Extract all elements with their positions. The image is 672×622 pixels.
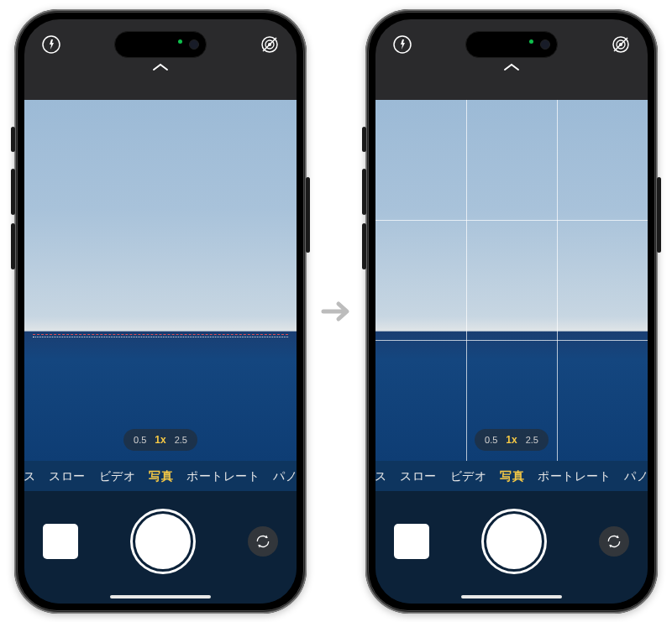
last-photo-thumbnail[interactable] — [43, 524, 78, 559]
mode-timelapse[interactable]: ラプス — [24, 469, 35, 484]
grid-horizontal-2 — [375, 340, 648, 341]
front-camera-icon — [189, 39, 199, 50]
mode-portrait[interactable]: ポートレート — [186, 469, 260, 484]
viewfinder[interactable]: 0.5 1x 2.5 — [24, 100, 297, 461]
mode-strip[interactable]: ラプス スロー ビデオ 写真 ポートレート パノラマ — [24, 461, 297, 491]
camera-indicator-icon — [178, 39, 182, 44]
mode-video[interactable]: ビデオ — [450, 469, 487, 484]
live-off-icon — [611, 34, 631, 55]
flash-off-icon — [392, 34, 412, 55]
flash-button[interactable] — [391, 33, 414, 56]
mode-video[interactable]: ビデオ — [99, 469, 136, 484]
dynamic-island — [114, 31, 207, 58]
grid-vertical-2 — [557, 100, 558, 461]
controls-row — [375, 491, 648, 604]
live-off-icon — [260, 34, 280, 55]
side-button-vol-down — [362, 223, 366, 269]
last-photo-thumbnail[interactable] — [394, 524, 429, 559]
controls-row — [24, 491, 297, 604]
camera-flip-button[interactable] — [248, 526, 278, 557]
side-button-vol-up — [11, 169, 15, 215]
zoom-option-1[interactable]: 1x — [506, 434, 517, 446]
chevron-up-icon — [502, 61, 521, 73]
live-photo-button[interactable] — [258, 33, 281, 56]
mode-pano[interactable]: パノラマ — [273, 469, 297, 484]
arrow-right-icon — [318, 294, 354, 329]
mode-slomo[interactable]: スロー — [49, 469, 86, 484]
shutter-button[interactable] — [135, 514, 191, 569]
expand-controls-button[interactable] — [502, 61, 521, 73]
mode-photo[interactable]: 写真 — [149, 469, 173, 484]
expand-controls-button[interactable] — [151, 61, 170, 73]
mode-photo[interactable]: 写真 — [500, 469, 524, 484]
zoom-option-2[interactable]: 2.5 — [526, 435, 538, 445]
mode-pano[interactable]: パノラマ — [624, 469, 648, 484]
camera-bottom-area: ラプス スロー ビデオ 写真 ポートレート パノラマ — [375, 461, 648, 604]
live-photo-button[interactable] — [609, 33, 633, 56]
flash-button[interactable] — [39, 33, 63, 56]
home-indicator[interactable] — [110, 595, 211, 598]
zoom-option-0[interactable]: 0.5 — [134, 435, 146, 445]
mode-slomo[interactable]: スロー — [400, 469, 437, 484]
mode-strip[interactable]: ラプス スロー ビデオ 写真 ポートレート パノラマ — [375, 461, 648, 491]
screen: 0.5 1x 2.5 ラプス スロー ビデオ 写真 ポートレート パノラマ — [375, 19, 648, 604]
level-indicator — [33, 334, 288, 335]
shutter-button[interactable] — [486, 514, 542, 569]
front-camera-icon — [540, 39, 550, 50]
phone-left: 0.5 1x 2.5 ラプス スロー ビデオ 写真 ポートレート パノラマ — [14, 9, 307, 614]
chevron-up-icon — [151, 61, 170, 73]
side-button-power — [306, 177, 310, 253]
grid-horizontal-1 — [375, 220, 648, 221]
side-button-silent — [11, 127, 15, 152]
zoom-option-2[interactable]: 2.5 — [175, 435, 187, 445]
dynamic-island — [465, 31, 558, 58]
mode-portrait[interactable]: ポートレート — [538, 469, 611, 484]
camera-indicator-icon — [529, 39, 533, 44]
camera-flip-icon — [606, 533, 622, 550]
screen: 0.5 1x 2.5 ラプス スロー ビデオ 写真 ポートレート パノラマ — [24, 19, 297, 604]
viewfinder[interactable]: 0.5 1x 2.5 — [375, 100, 648, 461]
camera-bottom-area: ラプス スロー ビデオ 写真 ポートレート パノラマ — [24, 461, 297, 604]
grid-vertical-1 — [466, 100, 467, 461]
zoom-option-0[interactable]: 0.5 — [485, 435, 497, 445]
home-indicator[interactable] — [461, 595, 562, 598]
camera-flip-button[interactable] — [599, 526, 629, 557]
side-button-silent — [362, 127, 366, 152]
side-button-power — [657, 177, 661, 253]
zoom-selector[interactable]: 0.5 1x 2.5 — [123, 429, 197, 451]
zoom-selector[interactable]: 0.5 1x 2.5 — [475, 429, 549, 451]
side-button-vol-up — [362, 169, 366, 215]
phone-right: 0.5 1x 2.5 ラプス スロー ビデオ 写真 ポートレート パノラマ — [365, 9, 658, 614]
flash-off-icon — [41, 34, 61, 55]
mode-timelapse[interactable]: ラプス — [375, 469, 386, 484]
zoom-option-1[interactable]: 1x — [155, 434, 165, 446]
side-button-vol-down — [11, 223, 15, 269]
camera-flip-icon — [255, 533, 271, 550]
